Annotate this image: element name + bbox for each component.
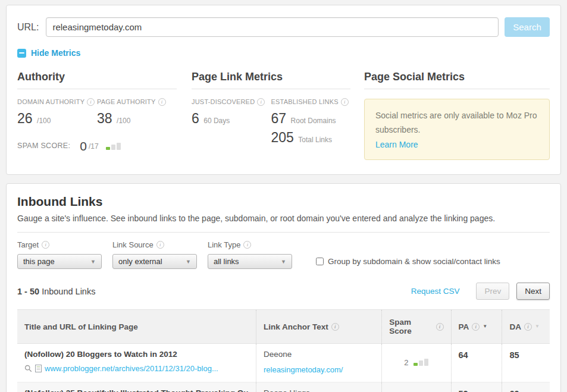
spam-bars-icon bbox=[106, 143, 121, 152]
established-links-label: ESTABLISHED LINKS bbox=[271, 98, 339, 105]
prev-button[interactable]: Prev bbox=[476, 283, 509, 300]
just-discovered-value: 6 bbox=[192, 111, 199, 126]
results-range-value: 1 - 50 bbox=[17, 287, 39, 296]
header-pa-sort[interactable]: PA bbox=[451, 310, 502, 343]
info-icon[interactable] bbox=[158, 98, 166, 106]
magnifier-icon[interactable] bbox=[24, 365, 32, 372]
page-authority-suffix: /100 bbox=[117, 117, 130, 125]
metrics-columns: Authority DOMAIN AUTHORITY 26 /100 PAGE … bbox=[17, 71, 550, 161]
anchor-url[interactable]: releasingmetoday.com/ bbox=[264, 365, 343, 374]
url-label: URL: bbox=[17, 22, 39, 33]
anchor-text-cell: Deone Higgs releasingmetoday.com/ bbox=[256, 382, 381, 392]
metrics-card: URL: Search Hide Metrics Authority DOMAI… bbox=[6, 5, 561, 175]
info-icon[interactable] bbox=[331, 323, 339, 331]
page-authority-label: PAGE AUTHORITY bbox=[97, 98, 156, 105]
spam-score-label: SPAM SCORE: bbox=[17, 142, 70, 152]
hide-metrics-label: Hide Metrics bbox=[31, 48, 80, 58]
results-range-label: Inbound Links bbox=[42, 287, 95, 296]
total-links-value: 205 bbox=[271, 130, 294, 145]
domain-authority-metric: DOMAIN AUTHORITY 26 /100 bbox=[17, 98, 97, 127]
social-metrics-notice: Social metrics are only available to Moz… bbox=[364, 99, 550, 161]
hide-metrics-toggle[interactable]: Hide Metrics bbox=[17, 48, 80, 58]
target-filter: Target this page ▼ bbox=[17, 240, 102, 269]
filters-row: Target this page ▼ Link Source only exte… bbox=[17, 240, 550, 269]
domain-authority-label: DOMAIN AUTHORITY bbox=[17, 98, 84, 105]
inbound-links-card: Inbound Links Gauge a site's influence. … bbox=[6, 183, 561, 392]
just-discovered-metric: JUST-DISCOVERED 6 60 Days bbox=[192, 98, 271, 146]
group-by-subdomain-label: Group by subdomain & show social/contact… bbox=[328, 257, 500, 266]
da-cell: 69 bbox=[502, 382, 550, 392]
link-type-select[interactable]: all links ▼ bbox=[208, 254, 292, 269]
authority-title: Authority bbox=[17, 71, 177, 89]
info-icon[interactable] bbox=[472, 323, 480, 331]
linking-page-url[interactable]: www.problogger.net/archives/2011/12/31/2… bbox=[45, 364, 218, 373]
link-source-label: Link Source bbox=[112, 240, 154, 249]
info-icon[interactable] bbox=[243, 241, 251, 249]
page-authority-value: 38 bbox=[97, 111, 112, 126]
social-notice-text: Social metrics are only available to Moz… bbox=[375, 108, 538, 137]
link-type-label: Link Type bbox=[208, 240, 240, 249]
da-value: 85 bbox=[509, 350, 519, 360]
page-social-metrics-title: Page Social Metrics bbox=[364, 71, 550, 89]
spam-score-cell: 2 bbox=[381, 344, 450, 382]
table-row: (Nofollow) 25 Beautifully Illustrated Th… bbox=[17, 382, 550, 392]
table-row: (Nofollow) 20 Bloggers to Watch in 2012 … bbox=[17, 344, 550, 382]
page-icon[interactable] bbox=[35, 365, 42, 372]
info-icon[interactable] bbox=[156, 241, 164, 249]
info-icon[interactable] bbox=[524, 323, 532, 331]
authority-section: Authority DOMAIN AUTHORITY 26 /100 PAGE … bbox=[17, 71, 177, 161]
linking-page-title: (Nofollow) 25 Beautifully Illustrated Th… bbox=[24, 388, 249, 392]
search-button[interactable]: Search bbox=[505, 17, 550, 37]
spam-bars-icon bbox=[413, 359, 428, 366]
info-icon[interactable] bbox=[341, 98, 349, 106]
info-icon[interactable] bbox=[87, 98, 95, 106]
title-url-cell: (Nofollow) 20 Bloggers to Watch in 2012 … bbox=[17, 344, 256, 382]
just-discovered-suffix: 60 Days bbox=[203, 117, 230, 125]
pa-cell: 52 bbox=[451, 382, 502, 392]
page-link-metrics-section: Page Link Metrics JUST-DISCOVERED 6 60 D… bbox=[192, 71, 350, 161]
header-anchor-text: Link Anchor Text bbox=[256, 310, 381, 343]
spam-score-value: 0 bbox=[80, 140, 87, 152]
sort-desc-icon[interactable] bbox=[483, 324, 487, 329]
root-domains-suffix: Root Domains bbox=[291, 117, 336, 125]
table-header-row: Title and URL of Linking Page Link Ancho… bbox=[17, 309, 550, 344]
link-source-filter: Link Source only external ▼ bbox=[112, 240, 197, 269]
pa-value: 64 bbox=[459, 350, 468, 360]
domain-authority-value: 26 bbox=[17, 111, 33, 126]
info-icon[interactable] bbox=[436, 323, 444, 331]
group-by-subdomain-checkbox[interactable] bbox=[316, 258, 324, 265]
target-label: Target bbox=[17, 240, 39, 249]
title-url-cell: (Nofollow) 25 Beautifully Illustrated Th… bbox=[17, 382, 256, 392]
next-button[interactable]: Next bbox=[516, 283, 550, 300]
link-type-value: all links bbox=[214, 257, 239, 266]
chevron-down-icon: ▼ bbox=[281, 259, 286, 265]
group-by-subdomain-option: Group by subdomain & show social/contact… bbox=[316, 257, 500, 269]
header-da-sort[interactable]: DA bbox=[502, 310, 550, 343]
header-title-url: Title and URL of Linking Page bbox=[17, 310, 256, 343]
info-icon[interactable] bbox=[42, 241, 49, 249]
url-input[interactable] bbox=[46, 17, 499, 37]
chevron-down-icon: ▼ bbox=[90, 259, 96, 265]
sort-desc-icon[interactable] bbox=[535, 324, 540, 329]
anchor-text: Deone Higgs bbox=[264, 388, 374, 392]
results-range: 1 - 50 Inbound Links bbox=[17, 287, 95, 296]
page-social-metrics-section: Page Social Metrics Social metrics are o… bbox=[364, 71, 550, 161]
results-toolbar: 1 - 50 Inbound Links Request CSV Prev Ne… bbox=[17, 283, 550, 300]
established-links-metric: ESTABLISHED LINKS 67 Root Domains 205 To… bbox=[271, 98, 351, 146]
chevron-down-icon: ▼ bbox=[186, 259, 191, 265]
link-type-filter: Link Type all links ▼ bbox=[208, 240, 292, 269]
info-icon[interactable] bbox=[257, 98, 265, 106]
pa-value: 52 bbox=[459, 389, 468, 392]
link-source-select[interactable]: only external ▼ bbox=[112, 254, 197, 269]
target-select[interactable]: this page ▼ bbox=[17, 254, 102, 269]
page-authority-metric: PAGE AUTHORITY 38 /100 bbox=[97, 98, 177, 127]
url-bar: URL: Search bbox=[17, 17, 550, 37]
divider bbox=[17, 232, 550, 233]
request-csv-link[interactable]: Request CSV bbox=[411, 287, 460, 296]
link-source-value: only external bbox=[118, 257, 162, 266]
header-spam-score: Spam Score bbox=[381, 310, 450, 343]
anchor-text-cell: Deeone releasingmetoday.com/ bbox=[256, 344, 381, 382]
spam-score-cell: 3 bbox=[381, 382, 450, 392]
inbound-links-table: Title and URL of Linking Page Link Ancho… bbox=[17, 309, 550, 392]
learn-more-link[interactable]: Learn More bbox=[375, 137, 418, 152]
